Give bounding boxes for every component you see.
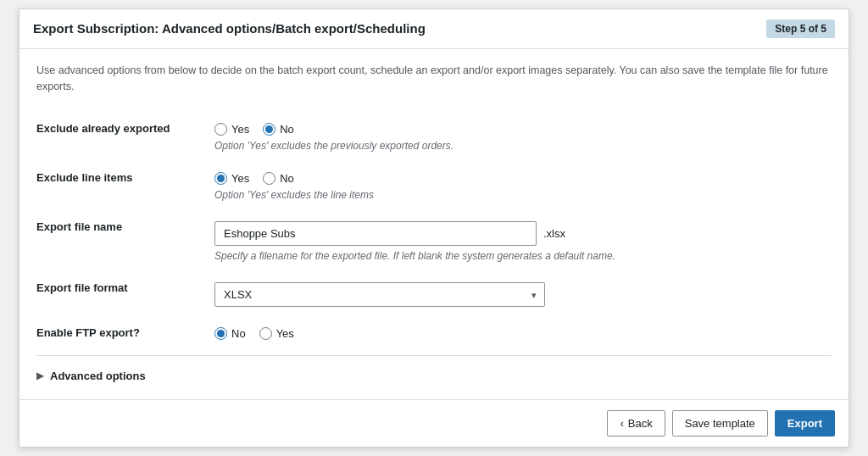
exclude-exported-yes-radio[interactable] [214,123,227,136]
exclude-line-items-yes-label: Yes [231,172,249,185]
export-file-format-select[interactable]: XLSX CSV XLS ODS [214,282,545,307]
modal-body: Use advanced options from below to decid… [19,49,849,400]
format-select-wrapper: XLSX CSV XLS ODS ▾ [214,282,545,307]
enable-ftp-no-label: No [231,327,246,340]
exclude-exported-label: Exclude already exported [36,111,206,160]
exclude-exported-yes-label: Yes [231,123,249,136]
enable-ftp-label: Enable FTP export? [36,315,206,348]
exclude-line-items-no-radio[interactable] [263,172,275,185]
description-text: Use advanced options from below to decid… [36,63,832,95]
chevron-right-icon: ▶ [36,370,43,381]
back-label: Back [628,417,653,430]
advanced-options-label: Advanced options [50,370,146,382]
exclude-exported-hint: Option 'Yes' excludes the previously exp… [214,140,832,152]
exclude-exported-row: Exclude already exported Yes No Option '… [36,111,832,160]
export-file-name-input[interactable] [214,221,537,246]
export-button[interactable]: Export [775,410,835,437]
enable-ftp-no-radio[interactable] [214,327,227,340]
exclude-exported-field: Yes No Option 'Yes' excludes the previou… [206,111,832,160]
modal-title: Export Subscription: Advanced options/Ba… [33,21,426,36]
exclude-line-items-field: Yes No Option 'Yes' excludes the line it… [206,160,832,209]
exclude-exported-yes-option[interactable]: Yes [214,123,249,136]
enable-ftp-options: No Yes [214,327,832,340]
back-button[interactable]: ‹ Back [607,410,665,437]
exclude-line-items-yes-option[interactable]: Yes [214,172,249,185]
step-badge: Step 5 of 5 [766,19,835,38]
enable-ftp-yes-radio[interactable] [259,327,272,340]
export-file-format-label: Export file format [36,270,206,315]
exclude-exported-no-label: No [280,123,294,136]
exclude-line-items-options: Yes No [214,172,832,185]
exclude-line-items-no-option[interactable]: No [263,172,294,185]
back-chevron-icon: ‹ [620,417,623,430]
export-modal: Export Subscription: Advanced options/Ba… [19,8,849,448]
exclude-line-items-hint: Option 'Yes' excludes the line items [214,189,832,201]
exclude-exported-options: Yes No [214,123,832,136]
modal-footer: ‹ Back Save template Export [19,399,849,447]
export-file-name-hint: Specify a filename for the exported file… [214,250,832,262]
enable-ftp-yes-label: Yes [276,327,294,340]
export-file-format-field: XLSX CSV XLS ODS ▾ [206,270,832,315]
enable-ftp-no-option[interactable]: No [214,327,246,340]
export-file-name-label: Export file name [36,209,206,270]
export-file-name-row: Export file name .xlsx Specify a filenam… [36,209,832,270]
enable-ftp-row: Enable FTP export? No Yes [36,315,832,348]
file-extension: .xlsx [543,227,565,240]
exclude-line-items-row: Exclude line items Yes No Option 'Yes' e… [36,160,832,209]
exclude-exported-no-option[interactable]: No [263,123,294,136]
exclude-line-items-no-label: No [280,172,294,185]
exclude-line-items-yes-radio[interactable] [214,172,227,185]
enable-ftp-field: No Yes [206,315,832,348]
export-file-format-row: Export file format XLSX CSV XLS ODS ▾ [36,270,832,315]
advanced-options-section: ▶ Advanced options [36,355,832,386]
export-file-name-field: .xlsx Specify a filename for the exporte… [206,209,832,270]
exclude-exported-no-radio[interactable] [263,123,275,136]
exclude-line-items-label: Exclude line items [36,160,206,209]
form-table: Exclude already exported Yes No Option '… [36,111,832,348]
file-name-wrapper: .xlsx [214,221,832,246]
save-template-button[interactable]: Save template [672,410,768,437]
modal-header: Export Subscription: Advanced options/Ba… [19,9,849,49]
enable-ftp-yes-option[interactable]: Yes [259,327,294,340]
advanced-options-toggle[interactable]: ▶ Advanced options [36,366,832,386]
